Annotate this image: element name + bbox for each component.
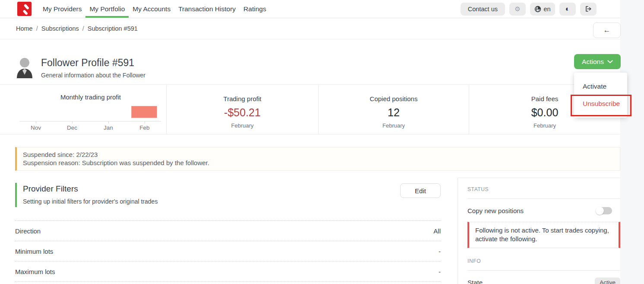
copy-new-positions-toggle[interactable] [596, 207, 612, 214]
provider-filters-header: Provider Filters Setting up initial filt… [15, 183, 441, 207]
nav-item-my-portfolio[interactable]: My Portfolio [85, 0, 129, 18]
breadcrumb-subscriptions[interactable]: Subscriptions [41, 25, 79, 32]
copy-new-positions-row: Copy new positions [467, 207, 620, 214]
nav-item-transaction-history[interactable]: Transaction History [174, 0, 240, 18]
section-subtitle: Setting up initial filters for provider'… [23, 198, 441, 205]
chart-month-label: Jan [104, 124, 113, 131]
filter-value: All [433, 227, 441, 235]
logout-button[interactable] [580, 3, 597, 16]
menu-item-activate[interactable]: Activate [574, 78, 627, 95]
main-nav: My Providers My Portfolio My Accounts Tr… [39, 0, 270, 18]
brand-logo-icon[interactable] [17, 2, 32, 16]
stat-label: Trading profit [224, 95, 262, 102]
chevron-down-icon [607, 60, 613, 64]
nav-item-my-providers[interactable]: My Providers [39, 0, 85, 18]
stat-period: February [382, 122, 405, 129]
chart-month-label: Nov [31, 124, 41, 131]
menu-item-unsubscribe[interactable]: Unsubscribe [574, 95, 627, 112]
filter-label: Direction [15, 227, 41, 235]
chart-tick [72, 121, 73, 124]
page-title: Follower Profile #591 [41, 57, 145, 69]
copy-new-positions-label: Copy new positions [467, 207, 524, 214]
stat-trading-profit: Trading profit -$50.21 February [166, 85, 318, 134]
chart-bar-feb [131, 106, 157, 118]
monthly-profit-chart: Monthly trading profit Nov Dec Jan Feb [0, 85, 166, 134]
breadcrumb: Home / Subscriptions / Subscription #591 [0, 18, 620, 39]
edit-button[interactable]: Edit [400, 183, 441, 198]
main-content: Provider Filters Setting up initial filt… [0, 178, 620, 284]
filter-value: - [439, 268, 441, 275]
stat-value: 12 [388, 106, 400, 119]
navbar-actions: Contact us ⚙ en ◐ [461, 0, 620, 18]
language-code: en [543, 6, 550, 13]
nav-item-my-accounts[interactable]: My Accounts [129, 0, 174, 18]
stat-label: Copied positions [370, 95, 418, 102]
chart-axis [19, 121, 161, 121]
breadcrumb-separator: / [36, 25, 38, 32]
stat-period: February [534, 122, 556, 129]
following-inactive-alert: Following is not active. To start trades… [467, 222, 620, 248]
logout-icon [585, 6, 592, 12]
filter-row-maximum-lots: Maximum lots - [15, 262, 441, 282]
state-row: State Active [467, 271, 620, 284]
filter-row-minimum-lots: Minimum lots - [15, 241, 441, 262]
chart-title: Monthly trading profit [15, 93, 166, 101]
actions-dropdown-menu: Activate Unsubscribe [574, 73, 627, 118]
language-button[interactable]: en [530, 3, 555, 16]
contact-us-button[interactable]: Contact us [461, 3, 505, 16]
back-arrow-icon: ← [603, 26, 611, 34]
suspension-reason-text: Suspension reason: Subscription was susp… [23, 159, 614, 167]
stat-value: -$50.21 [224, 106, 261, 119]
stat-period: February [231, 122, 253, 129]
gear-icon: ⚙ [515, 6, 520, 12]
back-button[interactable]: ← [593, 22, 621, 38]
section-title: Provider Filters [23, 184, 441, 194]
filter-value: - [439, 248, 441, 255]
filter-label: Maximum lots [15, 268, 55, 275]
chart-tick [36, 121, 36, 124]
theme-contrast-button[interactable]: ◐ [559, 3, 576, 16]
chart-tick [108, 121, 109, 124]
stat-value: $0.00 [531, 106, 559, 119]
filter-row-direction: Direction All [15, 221, 441, 241]
state-badge: Active [595, 278, 620, 284]
stat-label: Paid fees [531, 95, 559, 102]
globe-icon [534, 6, 541, 13]
page: My Providers My Portfolio My Accounts Tr… [0, 0, 620, 284]
profile-header-text: Follower Profile #591 General informatio… [41, 57, 145, 79]
chart-tick [145, 121, 145, 124]
breadcrumb-current: Subscription #591 [88, 25, 138, 32]
divider [467, 198, 620, 199]
stats-row: Monthly trading profit Nov Dec Jan Feb T… [0, 84, 620, 134]
profile-header: Follower Profile #591 General informatio… [0, 39, 620, 84]
breadcrumb-home[interactable]: Home [16, 25, 33, 32]
status-panel: STATUS Copy new positions Following is n… [458, 178, 620, 284]
avatar [16, 57, 33, 78]
info-header: INFO [467, 258, 620, 264]
page-subtitle: General information about the Follower [41, 72, 145, 79]
top-navbar: My Providers My Portfolio My Accounts Tr… [0, 0, 620, 18]
chart-month-label: Feb [139, 124, 149, 131]
toggle-knob [596, 207, 604, 215]
actions-button[interactable]: Actions [574, 54, 621, 69]
chart-month-label: Dec [67, 124, 77, 131]
contrast-icon: ◐ [565, 5, 570, 13]
actions-button-label: Actions [582, 58, 604, 66]
stat-copied-positions: Copied positions 12 February [318, 85, 469, 134]
filter-label: Minimum lots [15, 248, 53, 255]
status-header: STATUS [467, 186, 620, 192]
filter-rows: Direction All Minimum lots - Maximum lot… [15, 220, 441, 282]
suspension-warning-banner: Suspended since: 2/22/23 Suspension reas… [15, 147, 620, 171]
suspended-since-text: Suspended since: 2/22/23 [23, 150, 614, 159]
settings-button[interactable]: ⚙ [509, 3, 526, 16]
breadcrumb-separator: / [82, 25, 84, 32]
nav-item-ratings[interactable]: Ratings [240, 0, 270, 18]
state-label: State [467, 279, 483, 284]
provider-filters-section: Provider Filters Setting up initial filt… [0, 178, 458, 284]
